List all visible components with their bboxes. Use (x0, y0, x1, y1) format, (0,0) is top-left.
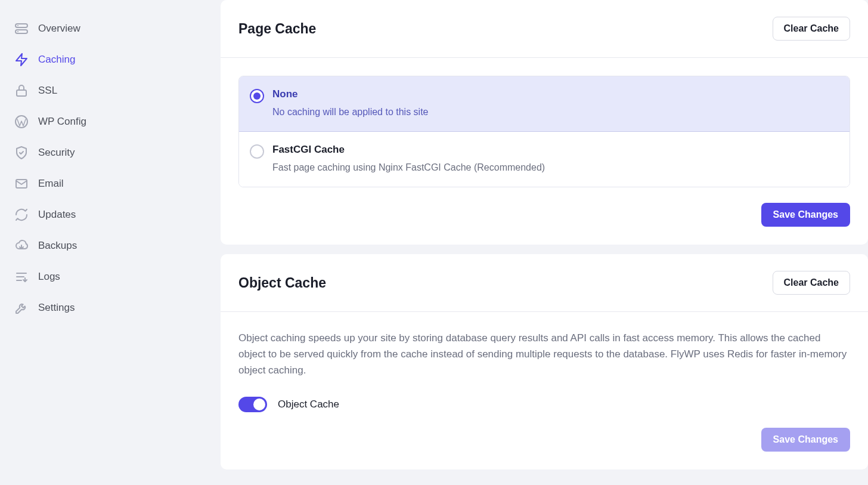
save-object-cache-button[interactable]: Save Changes (761, 428, 850, 452)
object-cache-description: Object caching speeds up your site by st… (238, 330, 850, 379)
page-cache-option-none[interactable]: None No caching will be applied to this … (239, 76, 850, 132)
bolt-icon (14, 52, 29, 67)
cloud-download-icon (14, 239, 29, 253)
option-desc: Fast page caching using Nginx FastCGI Ca… (272, 160, 545, 175)
sidebar-item-security[interactable]: Security (0, 137, 221, 168)
sidebar-item-label: WP Config (38, 116, 86, 128)
radio-icon (250, 89, 264, 103)
page-cache-option-fastcgi[interactable]: FastCGI Cache Fast page caching using Ng… (239, 132, 850, 187)
page-cache-body: None No caching will be applied to this … (221, 58, 868, 245)
svg-marker-4 (16, 54, 27, 66)
sidebar: Overview Caching SSL WP Config Security … (0, 0, 221, 479)
page-cache-actions: Save Changes (238, 187, 850, 227)
object-cache-toggle-row: Object Cache (238, 397, 850, 412)
sidebar-item-label: Backups (38, 240, 77, 252)
sidebar-item-label: Settings (38, 302, 75, 314)
sidebar-item-logs[interactable]: Logs (0, 261, 221, 292)
sidebar-item-label: SSL (38, 85, 57, 97)
sidebar-item-label: Email (38, 178, 64, 190)
sidebar-item-wp-config[interactable]: WP Config (0, 106, 221, 137)
sidebar-item-label: Overview (38, 23, 80, 35)
sidebar-item-updates[interactable]: Updates (0, 199, 221, 230)
object-cache-body: Object caching speeds up your site by st… (221, 312, 868, 469)
save-page-cache-button[interactable]: Save Changes (761, 203, 850, 227)
server-icon (14, 21, 29, 36)
refresh-icon (14, 208, 29, 222)
option-desc: No caching will be applied to this site (272, 105, 428, 119)
lock-icon (14, 84, 29, 98)
sidebar-item-settings[interactable]: Settings (0, 292, 221, 323)
sidebar-item-backups[interactable]: Backups (0, 230, 221, 261)
page-cache-header: Page Cache Clear Cache (221, 0, 868, 58)
page-cache-options: None No caching will be applied to this … (238, 76, 850, 187)
page-cache-title: Page Cache (238, 21, 316, 37)
sidebar-item-ssl[interactable]: SSL (0, 75, 221, 106)
svg-rect-5 (17, 90, 26, 96)
object-cache-header: Object Cache Clear Cache (221, 254, 868, 312)
object-cache-card: Object Cache Clear Cache Object caching … (221, 254, 868, 469)
sidebar-item-overview[interactable]: Overview (0, 13, 221, 44)
object-cache-toggle[interactable] (238, 397, 267, 412)
clear-object-cache-button[interactable]: Clear Cache (773, 271, 851, 295)
page-cache-card: Page Cache Clear Cache None No caching w… (221, 0, 868, 245)
list-icon (14, 270, 29, 284)
sidebar-item-label: Caching (38, 54, 75, 66)
object-cache-title: Object Cache (238, 275, 326, 291)
shield-icon (14, 146, 29, 160)
sidebar-item-label: Logs (38, 271, 60, 283)
radio-icon (250, 144, 264, 159)
mail-icon (14, 177, 29, 191)
option-title: FastCGI Cache (272, 144, 545, 156)
option-title: None (272, 88, 428, 100)
toggle-knob (253, 398, 265, 410)
clear-page-cache-button[interactable]: Clear Cache (773, 17, 851, 41)
wordpress-icon (14, 115, 29, 129)
sidebar-item-caching[interactable]: Caching (0, 44, 221, 75)
sidebar-item-label: Updates (38, 209, 76, 221)
sidebar-item-email[interactable]: Email (0, 168, 221, 199)
object-cache-toggle-label: Object Cache (278, 398, 339, 410)
object-cache-actions: Save Changes (238, 412, 850, 452)
main-content: Page Cache Clear Cache None No caching w… (221, 0, 868, 479)
tools-icon (14, 301, 29, 315)
sidebar-item-label: Security (38, 147, 75, 159)
